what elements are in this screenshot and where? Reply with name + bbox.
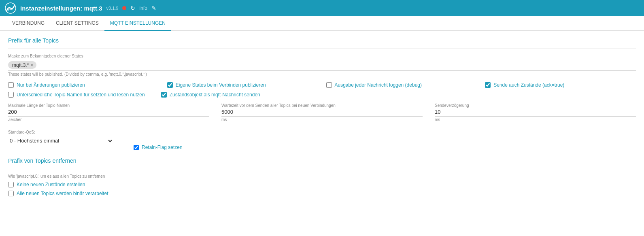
checkbox-eigene-states-label: Eigene States beim Verbinden publizieren [176, 82, 266, 88]
checkbox-eigene-states-input[interactable] [167, 82, 173, 88]
checkbox-nur-aenderungen[interactable]: Nur bei Änderungen publizieren [8, 82, 159, 88]
checkbox-ausgabe-loggen-input[interactable] [326, 82, 332, 88]
logo-icon [5, 2, 16, 14]
retain-label: Retain-Flag setzen [142, 145, 183, 150]
checkbox-topic-namen-input[interactable] [8, 92, 14, 98]
retain-checkbox-input[interactable] [134, 145, 139, 150]
checkbox-nur-aenderungen-input[interactable] [8, 82, 14, 88]
tag-value: mqtt.3.* [12, 62, 29, 68]
field-sendezeit: Sendeverzögerung 10 ms [435, 103, 636, 122]
checkbox-binaer-input[interactable] [8, 191, 14, 196]
status-dot [122, 6, 126, 10]
checkbox-keine-zustaende-input[interactable] [8, 182, 14, 187]
checkbox-zustandsobjekt-input[interactable] [161, 92, 167, 98]
tab-verbindung[interactable]: VERBINDUNG [6, 16, 50, 31]
checkbox-keine-zustaende-label: Keine neuen Zustände erstellen [17, 182, 85, 187]
retain-checkbox-row[interactable]: Retain-Flag setzen [134, 145, 183, 150]
checkbox-binaer[interactable]: Alle neuen Topics werden binär verarbeit… [8, 191, 636, 196]
checkbox-zustandsobjekt-label: Zustandsobjekt als mqtt-Nachricht senden [170, 92, 260, 98]
checkbox-row2: Unterschiedliche Topic-Namen für setzten… [8, 92, 636, 98]
tag-item: mqtt.3.* × [8, 61, 36, 69]
sendezeit-unit: ms [435, 117, 636, 122]
checkbox-nur-aenderungen-label: Nur bei Änderungen publizieren [17, 82, 85, 88]
checkbox-sende-zustaende-label: Sende auch Zustände (ack=true) [493, 82, 564, 88]
edit-icon[interactable]: ✎ [151, 5, 156, 11]
main-content: Prefix für alle Topics Maske zum Bekannt… [0, 31, 644, 206]
tag-input-container[interactable]: mqtt.3.* × [8, 60, 636, 71]
checkbox-topic-namen[interactable]: Unterschiedliche Topic-Namen für setzten… [8, 92, 145, 98]
tab-mqtt-einstellungen[interactable]: MQTT EINSTELLUNGEN [104, 16, 171, 31]
separator1 [8, 49, 636, 49]
separator2 [8, 169, 636, 169]
checkbox-keine-zustaende[interactable]: Keine neuen Zustände erstellen [8, 182, 636, 187]
checkbox-zustandsobjekt[interactable]: Zustandsobjekt als mqtt-Nachricht senden [161, 92, 260, 98]
section1-title: Prefix für alle Topics [8, 37, 636, 45]
max-laenge-unit: Zeichen [8, 117, 209, 122]
header-version: v3.1.9 [106, 6, 119, 11]
wartezeit-label: Wartezeit vor dem Senden aller Topics be… [221, 103, 423, 108]
section2-hint: Wie 'javascript.0.' um es aus allen Topi… [8, 174, 636, 179]
dropdown-select[interactable]: 0 - Höchstens einmal 1 - Mindestens einm… [8, 136, 113, 146]
tag-close-icon[interactable]: × [30, 63, 33, 68]
mask-hint: These states will be published. (Divided… [8, 72, 636, 77]
checkbox-ausgabe-loggen-label: Ausgabe jeder Nachricht loggen (debug) [335, 82, 422, 88]
refresh-icon[interactable]: ↻ [130, 5, 135, 11]
bottom-fields-row: Standard-QoS: 0 - Höchstens einmal 1 - M… [8, 126, 636, 150]
tabs-bar: VERBINDUNG CLIENT SETTINGS MQTT EINSTELL… [0, 16, 644, 31]
checkbox-sende-zustaende-input[interactable] [485, 82, 491, 88]
checkbox-eigene-states[interactable]: Eigene States beim Verbinden publizieren [167, 82, 318, 88]
wartezeit-value[interactable]: 5000 [221, 109, 423, 117]
section2-title: Präfix von Topics entfernen [8, 157, 636, 166]
checkbox-topic-namen-label: Unterschiedliche Topic-Namen für setzten… [17, 92, 145, 98]
dropdown-qos: Standard-QoS: 0 - Höchstens einmal 1 - M… [8, 130, 113, 146]
header: Instanzeinstellungen: mqtt.3 v3.1.9 ↻ in… [0, 0, 644, 16]
info-label[interactable]: info [139, 5, 147, 11]
section2: Präfix von Topics entfernen Wie 'javascr… [8, 157, 636, 196]
sendezeit-label: Sendeverzögerung [435, 103, 636, 108]
sendezeit-value[interactable]: 10 [435, 109, 636, 117]
dropdown-label: Standard-QoS: [8, 130, 113, 134]
wartezeit-unit: ms [221, 117, 423, 122]
tab-client-settings[interactable]: CLIENT SETTINGS [50, 16, 104, 31]
field-wartezeit: Wartezeit vor dem Senden aller Topics be… [221, 103, 423, 122]
checkbox-ausgabe-loggen[interactable]: Ausgabe jeder Nachricht loggen (debug) [326, 82, 477, 88]
max-laenge-value[interactable]: 200 [8, 109, 209, 117]
field-max-laenge: Maximale Länge der Topic-Namen 200 Zeich… [8, 103, 209, 122]
max-laenge-label: Maximale Länge der Topic-Namen [8, 103, 209, 108]
checkbox-binaer-label: Alle neuen Topics werden binär verarbeit… [17, 191, 108, 196]
checkbox-sende-zustaende[interactable]: Sende auch Zustände (ack=true) [485, 82, 636, 88]
header-title: Instanzeinstellungen: mqtt.3 [20, 5, 102, 12]
checkbox-grid-row1: Nur bei Änderungen publizieren Eigene St… [8, 82, 636, 88]
mask-label: Maske zum Bekanntgeben eigener States [8, 54, 636, 58]
fields-grid: Maximale Länge der Topic-Namen 200 Zeich… [8, 103, 636, 122]
